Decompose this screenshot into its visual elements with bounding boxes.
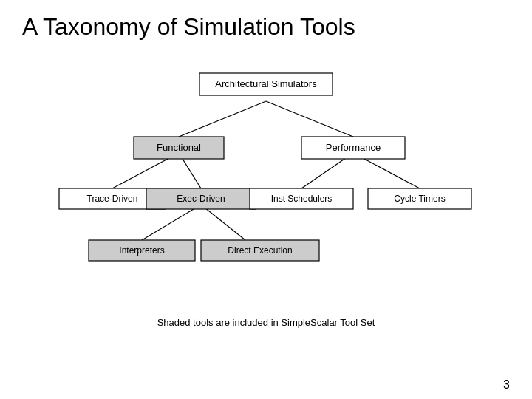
svg-line-1 <box>266 101 353 137</box>
interpreters-label: Interpreters <box>119 245 164 256</box>
direct-exec-label: Direct Execution <box>228 245 292 256</box>
arch-sim-label: Architectural Simulators <box>215 78 317 89</box>
svg-line-0 <box>179 101 266 137</box>
taxonomy-diagram: Architectural Simulators Functional Perf… <box>0 48 532 314</box>
cycle-timers-label: Cycle Timers <box>394 194 445 204</box>
footer-text: Shaded tools are included in SimpleScala… <box>0 317 532 328</box>
functional-label: Functional <box>157 142 201 153</box>
trace-driven-label: Trace-Driven <box>87 194 138 204</box>
performance-label: Performance <box>326 142 381 153</box>
page-number: 3 <box>503 378 510 392</box>
exec-driven-label: Exec-Driven <box>177 194 225 204</box>
diagram-area: Architectural Simulators Functional Perf… <box>0 48 532 314</box>
svg-line-6 <box>142 205 201 240</box>
page-title: A Taxonomy of Simulation Tools <box>0 0 532 48</box>
inst-schedulers-label: Inst Schedulers <box>271 194 332 204</box>
svg-line-7 <box>201 205 245 240</box>
